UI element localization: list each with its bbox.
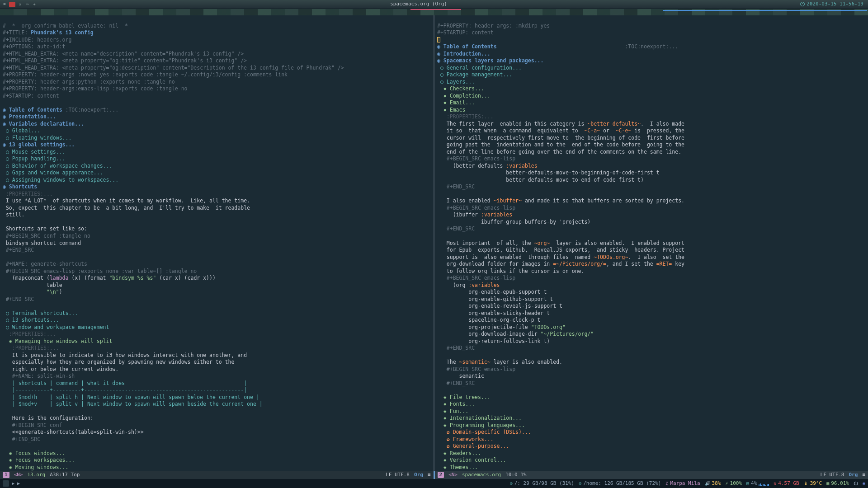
org-title-kw: #+TITLE:: [3, 29, 31, 36]
properties-drawer[interactable]: :PROPERTIES:...: [9, 331, 56, 337]
src-line: better-defaults-move-to-end-of-code-firs…: [447, 177, 644, 183]
heading-general-config[interactable]: General configuration...: [447, 65, 522, 71]
body-text: right or below the current window.: [12, 366, 118, 372]
heading-mouse[interactable]: Mouse settings...: [12, 149, 66, 155]
menu-icon[interactable]: ≡: [862, 472, 865, 479]
modeline-row: 1 <N> i3.org A38:17 Top LF UTF-8 Org ≡ 2…: [0, 471, 868, 479]
minimize-button[interactable]: ▫: [17, 2, 23, 7]
kw-variables: :variables: [481, 211, 512, 218]
power-icon[interactable]: ⏻: [854, 480, 858, 487]
heading-fonts[interactable]: Fonts...: [450, 401, 475, 407]
menu-button[interactable]: ≡: [2, 2, 7, 7]
heading-window-workspace[interactable]: Window and workspace management: [12, 324, 109, 330]
src-begin: #+BEGIN_SRC emacs-lisp: [447, 275, 515, 281]
heading-dsls[interactable]: Domain-specific (DSLs)...: [453, 429, 531, 435]
bullet-icon: ✿: [447, 429, 453, 435]
heading-prog-langs[interactable]: Programming languages...: [450, 422, 525, 428]
memory-icon: ▦: [826, 480, 829, 487]
chevron-right-icon[interactable]: ▶: [17, 480, 20, 487]
heading-frameworks[interactable]: Frameworks...: [453, 436, 494, 442]
modeline-right[interactable]: 2 <N> spacemacs.org 10:0 1% LF UTF-8 Org…: [434, 471, 868, 479]
heading-presentation[interactable]: Presentation...: [9, 113, 56, 120]
src-line: table: [6, 282, 62, 288]
heading-moving-windows[interactable]: Moving windows...: [15, 464, 69, 470]
body-text: It is possible to indicate to i3 how win…: [12, 352, 247, 358]
heading-intro[interactable]: Introduction...: [443, 51, 491, 57]
src-end: #+END_SRC: [6, 296, 34, 302]
org-table-row: | $mod+h | split h | Next window to spaw…: [12, 394, 259, 400]
heading-shortcuts[interactable]: Shortcuts: [9, 183, 37, 190]
properties-drawer[interactable]: :PROPERTIES:...: [6, 191, 53, 197]
heading-vc[interactable]: Version control...: [450, 457, 506, 463]
heading-general-purpose[interactable]: General-purpose...: [453, 443, 509, 449]
encoding: LF UTF-8: [386, 472, 410, 479]
heading-email[interactable]: Email...: [450, 99, 475, 106]
properties-drawer[interactable]: :PROPERTIES:...: [12, 345, 59, 351]
org-property: #+PROPERTY: header-args:python :exports …: [3, 79, 175, 85]
heading-focus-workspaces[interactable]: Focus workspaces...: [15, 457, 75, 463]
encoding: LF UTF-8: [821, 472, 844, 479]
bullet-icon: ○: [6, 127, 12, 134]
volume[interactable]: 🔊38%: [705, 480, 721, 487]
heading-i3-global[interactable]: i3 global settings...: [9, 141, 75, 148]
heading-gaps[interactable]: Gaps and window appearance...: [12, 169, 103, 176]
discord-icon[interactable]: ◉: [863, 480, 865, 487]
org-include: #+INCLUDE: headers.org: [3, 37, 71, 43]
heading-file-trees[interactable]: File trees...: [450, 394, 491, 400]
heading-i3-shortcuts[interactable]: i3 shortcuts...: [12, 317, 59, 323]
bullet-icon: ✸: [443, 107, 450, 113]
heading-i18n[interactable]: Internationalization...: [450, 415, 522, 421]
kw-variables: :variables: [468, 282, 500, 288]
body-text: Shortcuts are set like so:: [6, 225, 87, 232]
properties-drawer[interactable]: :PROPERTIES:...: [447, 113, 494, 120]
heading-readers[interactable]: Readers...: [450, 450, 481, 456]
bullet-icon: ○: [6, 155, 12, 162]
window-number: 2: [438, 472, 444, 479]
heading-layers[interactable]: Spacemacs layers and packages...: [443, 57, 544, 64]
bullet-icon: ○: [6, 177, 12, 183]
new-tab-button[interactable]: +: [32, 2, 37, 7]
bullet-icon: ✸: [443, 422, 450, 428]
heading-layers-sub[interactable]: Layers...: [447, 79, 475, 85]
bullet-icon: ○: [6, 149, 12, 155]
heading-focus-windows[interactable]: Focus windows...: [15, 450, 66, 456]
now-playing[interactable]: ♫Marpa Mila: [665, 480, 700, 487]
chevron-right-icon[interactable]: ▶: [12, 480, 14, 487]
heading-pkg-mgmt[interactable]: Package management...: [447, 71, 512, 78]
heading-completion[interactable]: Completion...: [450, 93, 491, 99]
maximize-button[interactable]: ▭: [24, 2, 30, 7]
heading-checkers[interactable]: Checkers...: [450, 85, 484, 92]
close-button[interactable]: [9, 2, 15, 7]
left-pane[interactable]: # -*- org-confirm-babel-evaluate: nil -*…: [0, 15, 434, 471]
body-text: especially how they are organized by spa…: [12, 359, 235, 365]
right-pane[interactable]: #+PROPERTY: header-args: :mkdirp yes #+S…: [434, 15, 868, 471]
heading-assigning[interactable]: Assigning windows to workspaces...: [12, 177, 118, 183]
heading-floating[interactable]: Floating windows...: [12, 135, 72, 141]
major-mode: Org: [414, 472, 423, 479]
src-line: better-defaults-move-to-beginning-of-cod…: [447, 169, 660, 176]
heading-emacs[interactable]: Emacs: [450, 107, 466, 113]
heading-managing-split[interactable]: Managing how windows will split: [15, 338, 113, 344]
src-line: semantic: [447, 373, 484, 379]
heading-toc[interactable]: Table of Contents: [9, 107, 62, 113]
heading-terminal-shortcuts[interactable]: Terminal shortcuts...: [12, 310, 78, 316]
heading-toc[interactable]: Table of Contents: [443, 43, 497, 50]
buffer-name: i3.org: [28, 472, 46, 479]
heading-global[interactable]: Global...: [12, 127, 40, 134]
heading-themes[interactable]: Themes...: [450, 464, 478, 470]
src-line: (mapconcat (: [6, 275, 50, 281]
workspace-1[interactable]: [3, 480, 9, 487]
code-inline: ~semantic~: [459, 359, 490, 365]
window-controls: ≡ ▫ ▭ +: [2, 2, 37, 7]
heading-workspace-behavior[interactable]: Behavior of workspace changes...: [12, 163, 113, 169]
code-inline: ~TODOs.org~: [594, 254, 628, 260]
org-property: #+PROPERTY: header-args:emacs-lisp :expo…: [3, 85, 188, 92]
org-property: #+PROPERTY: header-args :noweb yes :expo…: [3, 71, 288, 78]
modeline-left[interactable]: 1 <N> i3.org A38:17 Top LF UTF-8 Org ≡: [0, 471, 434, 479]
heading-fun[interactable]: Fun...: [450, 408, 469, 414]
heading-variables[interactable]: Variables declaration...: [9, 121, 84, 127]
src-end: #+END_SRC: [6, 247, 34, 253]
heading-popup[interactable]: Popup handling...: [12, 155, 66, 162]
menu-icon[interactable]: ≡: [428, 472, 431, 479]
battery: ⚡100%: [725, 480, 742, 487]
